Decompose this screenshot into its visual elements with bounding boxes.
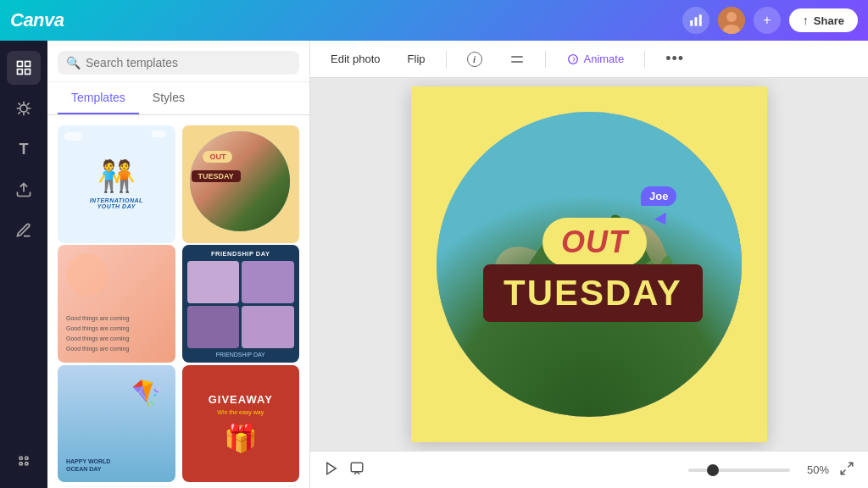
sidebar-item-apps[interactable] [7, 444, 41, 478]
svg-rect-7 [25, 62, 31, 67]
svg-line-39 [849, 463, 853, 467]
canvas-area: Joe [310, 78, 868, 451]
main-canvas[interactable]: OUT TUESDAY [411, 86, 767, 442]
search-input-wrap[interactable]: 🔍 [58, 51, 299, 75]
edit-photo-label: Edit photo [331, 53, 381, 65]
svg-rect-38 [351, 463, 363, 472]
svg-rect-6 [18, 62, 23, 67]
templates-panel: 🔍 Templates Styles 🧑‍🤝‍🧑 INTERNATIONALYO… [47, 41, 310, 488]
info-icon: i [467, 52, 482, 67]
search-bar: 🔍 [47, 41, 309, 82]
add-button[interactable]: + [754, 7, 781, 34]
template-card-giveaway[interactable]: GIVEAWAY Win the easy way 🎁 [182, 365, 300, 483]
flip-button[interactable]: Flip [401, 49, 432, 69]
template-grid: 🧑‍🤝‍🧑 INTERNATIONALYOUTH DAY OUT TUESDAY [47, 115, 309, 488]
svg-rect-1 [694, 17, 697, 26]
card-6-subtitle: Win the easy way [217, 409, 264, 415]
template-card-ocean-day[interactable]: 🪁 HAPPY WORLDOCEAN DAY [58, 365, 175, 483]
analytics-button[interactable] [682, 7, 709, 34]
sidebar-item-panels[interactable] [7, 51, 41, 85]
header: Canva + ↑ Share [0, 0, 868, 41]
toolbar: Edit photo Flip i Animate ••• [310, 41, 868, 78]
tab-templates[interactable]: Templates [58, 82, 139, 114]
svg-point-12 [25, 457, 28, 459]
share-button[interactable]: ↑ Share [789, 8, 858, 32]
template-card-friendship-day[interactable]: FRIENDSHIP DAY FRIENDSHIP DAY [182, 245, 300, 363]
svg-rect-9 [25, 69, 31, 75]
search-icon: 🔍 [66, 56, 81, 69]
card-2-tuesday: TUESDAY [192, 170, 241, 182]
share-icon: ↑ [803, 14, 809, 27]
sidebar-item-draw[interactable] [7, 214, 41, 247]
card-4-title: FRIENDSHIP DAY [187, 250, 295, 258]
flip-label: Flip [408, 53, 426, 65]
play-icon[interactable] [349, 461, 364, 480]
template-card-out-tuesday[interactable]: OUT TUESDAY [182, 125, 300, 243]
canvas-tuesday-text[interactable]: TUESDAY [483, 264, 703, 322]
svg-rect-0 [690, 20, 693, 26]
svg-point-13 [19, 463, 22, 465]
more-button[interactable]: ••• [659, 47, 691, 71]
canva-logo: Canva [10, 9, 64, 31]
svg-point-11 [19, 457, 22, 459]
svg-point-4 [726, 12, 737, 22]
collaborator-label: Joe [641, 186, 676, 206]
avatar[interactable] [718, 7, 745, 34]
toolbar-divider-3 [644, 51, 645, 68]
animate-button[interactable]: Animate [559, 49, 632, 69]
sidebar-item-text[interactable]: T [7, 132, 41, 166]
canvas-out-text[interactable]: OUT [542, 218, 647, 267]
edit-photo-button[interactable]: Edit photo [324, 49, 387, 69]
svg-marker-37 [327, 463, 337, 474]
search-input[interactable] [86, 56, 291, 69]
svg-line-40 [841, 469, 845, 474]
info-button[interactable]: i [460, 48, 489, 70]
lines-button[interactable] [503, 48, 531, 70]
card-1-title: INTERNATIONALYOUTH DAY [90, 197, 143, 209]
more-icon: ••• [665, 50, 684, 68]
card-5-illustration: 🪁 [131, 378, 163, 408]
card-1-illustration: 🧑‍🤝‍🧑 [97, 158, 136, 194]
tabs: Templates Styles [47, 82, 309, 115]
card-2-out: OUT [203, 151, 232, 163]
card-4-subtitle: FRIENDSHIP DAY [187, 352, 295, 358]
bottom-bar: 50% [310, 451, 868, 488]
presentation-icon[interactable] [324, 461, 339, 480]
animate-label: Animate [584, 53, 625, 65]
svg-point-10 [20, 105, 27, 112]
card-3-text: Good things are comingGood things are co… [66, 313, 167, 354]
zoom-controls: 50% [688, 463, 829, 476]
lines-icon [509, 52, 525, 67]
animate-icon [566, 53, 580, 66]
card-5-title: HAPPY WORLDOCEAN DAY [66, 458, 167, 474]
left-sidebar: T [0, 41, 47, 488]
zoom-percentage: 50% [797, 463, 829, 476]
template-card-youth-day[interactable]: 🧑‍🤝‍🧑 INTERNATIONALYOUTH DAY [58, 125, 175, 243]
toolbar-divider-2 [545, 51, 546, 68]
card-6-box-icon: 🎁 [224, 422, 258, 454]
expand-icon[interactable] [839, 461, 854, 480]
svg-rect-8 [18, 69, 23, 75]
tab-styles[interactable]: Styles [139, 82, 198, 114]
sidebar-item-elements[interactable] [7, 92, 41, 125]
zoom-slider[interactable] [688, 469, 790, 472]
svg-point-17 [568, 54, 577, 64]
template-card-good-things[interactable]: Good things are comingGood things are co… [58, 245, 175, 363]
header-right: + ↑ Share [682, 7, 858, 34]
svg-rect-2 [699, 14, 702, 26]
card-6-title: GIVEAWAY [209, 393, 273, 406]
toolbar-divider-1 [446, 51, 447, 68]
svg-point-14 [25, 463, 28, 465]
sidebar-item-upload[interactable] [7, 173, 41, 207]
